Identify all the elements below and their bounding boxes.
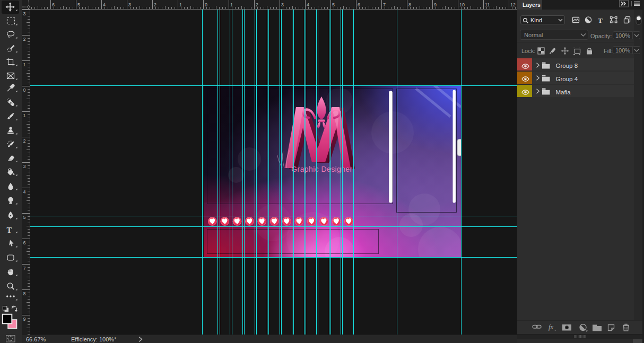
svg-text:8: 8 (23, 291, 26, 296)
svg-text:4: 4 (307, 2, 309, 7)
svg-text:5: 5 (23, 215, 26, 220)
svg-text:9: 9 (434, 2, 437, 7)
svg-text:2: 2 (23, 37, 26, 42)
svg-text:1: 1 (23, 113, 26, 118)
svg-text:5: 5 (332, 2, 335, 7)
svg-text:7: 7 (383, 2, 386, 7)
svg-text:0: 0 (23, 87, 26, 93)
svg-text:8: 8 (408, 2, 411, 7)
svg-text:11: 11 (485, 2, 490, 7)
svg-text:1: 1 (179, 2, 182, 7)
svg-text:T: T (598, 16, 603, 24)
svg-text:9: 9 (23, 316, 26, 322)
svg-text:fx: fx (549, 323, 553, 331)
svg-text:2: 2 (23, 138, 26, 144)
svg-text:5: 5 (77, 2, 80, 7)
svg-text:7: 7 (23, 266, 26, 271)
svg-text:3: 3 (281, 2, 284, 7)
svg-text:1: 1 (230, 2, 233, 7)
svg-text:6: 6 (23, 240, 26, 245)
svg-text:4: 4 (103, 2, 106, 7)
svg-text:2: 2 (154, 2, 156, 7)
svg-text:Kind: Kind (530, 17, 542, 23)
svg-text:10: 10 (459, 2, 465, 7)
svg-text:3: 3 (128, 2, 131, 7)
svg-text:3: 3 (23, 164, 26, 169)
svg-text:1: 1 (23, 62, 26, 67)
svg-text:2: 2 (256, 2, 258, 7)
svg-text:4: 4 (23, 189, 26, 195)
svg-text:Graphic Designer: Graphic Designer (291, 165, 352, 173)
svg-text:6: 6 (358, 2, 360, 7)
svg-text:0: 0 (205, 2, 207, 7)
svg-text:12: 12 (510, 2, 516, 7)
svg-text:6: 6 (52, 2, 55, 7)
svg-text:T: T (7, 226, 12, 234)
svg-text:3: 3 (23, 11, 26, 16)
